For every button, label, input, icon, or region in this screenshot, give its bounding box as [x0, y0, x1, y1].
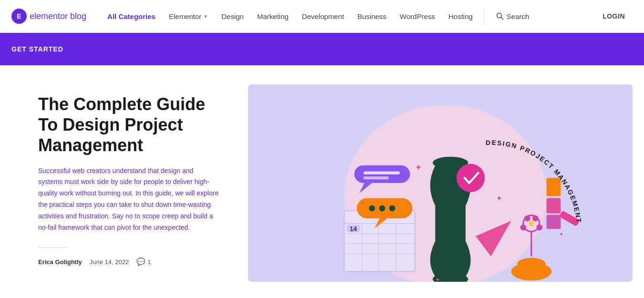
logo-icon: E	[11, 9, 27, 24]
nav-item-design[interactable]: Design	[216, 9, 249, 24]
nav-item-wordpress[interactable]: WordPress	[394, 9, 441, 24]
svg-rect-30	[364, 176, 389, 179]
svg-point-26	[529, 221, 534, 226]
hero-illustration: 14	[248, 84, 633, 282]
article-comments: 💬 1	[136, 257, 151, 266]
logo-text: elementor blog	[30, 11, 86, 21]
nav-item-all-categories[interactable]: All Categories	[102, 9, 161, 24]
svg-rect-39	[547, 215, 561, 229]
nav-item-development[interactable]: Development	[296, 9, 350, 24]
nav-item-hosting[interactable]: Hosting	[443, 9, 478, 24]
svg-point-33	[369, 205, 375, 211]
main-nav: All Categories Elementor ▼ Design Market…	[102, 9, 589, 24]
login-button[interactable]: LOGIN	[595, 9, 633, 24]
nav-divider	[484, 9, 485, 23]
svg-point-19	[517, 258, 545, 270]
logo[interactable]: E elementor blog	[11, 9, 86, 24]
search-icon	[496, 12, 504, 20]
article-title: The Complete Guide To Design Project Man…	[38, 94, 219, 156]
svg-point-24	[524, 216, 530, 222]
nav-item-business[interactable]: Business	[352, 9, 392, 24]
main-content: The Complete Guide To Design Project Man…	[0, 65, 644, 298]
svg-rect-29	[364, 171, 400, 174]
svg-text:✦: ✦	[415, 163, 422, 172]
article-info: The Complete Guide To Design Project Man…	[38, 84, 219, 266]
search-button[interactable]: Search	[490, 9, 535, 24]
svg-point-25	[532, 216, 539, 222]
svg-rect-38	[547, 198, 561, 214]
article-hero-image: 14	[248, 84, 633, 282]
svg-point-22	[520, 225, 527, 231]
svg-text:✦: ✦	[435, 276, 440, 282]
article-meta: Erica Golightly June 14, 2022 💬 1	[38, 257, 219, 266]
svg-text:✦: ✦	[559, 231, 563, 237]
svg-text:14: 14	[350, 226, 357, 233]
svg-point-36	[457, 164, 485, 192]
nav-item-elementor[interactable]: Elementor ▼	[163, 9, 214, 24]
chevron-down-icon: ▼	[203, 14, 208, 19]
nav-item-marketing[interactable]: Marketing	[251, 9, 294, 24]
article-divider	[38, 247, 67, 248]
svg-rect-37	[547, 178, 561, 196]
svg-point-23	[536, 225, 542, 231]
svg-point-35	[389, 205, 395, 211]
article-author: Erica Golightly	[38, 258, 82, 266]
comment-icon: 💬	[136, 257, 145, 266]
svg-line-1	[501, 18, 503, 20]
article-date: June 14, 2022	[90, 258, 129, 266]
svg-point-14	[440, 202, 460, 210]
header: E elementor blog All Categories Elemento…	[0, 0, 644, 33]
get-started-bar: GET STARTED	[0, 33, 644, 65]
svg-point-34	[379, 205, 385, 211]
get-started-button[interactable]: GET STARTED	[11, 45, 63, 53]
svg-text:✦: ✦	[496, 195, 502, 202]
article-description: Successful web creators understand that …	[38, 165, 219, 234]
